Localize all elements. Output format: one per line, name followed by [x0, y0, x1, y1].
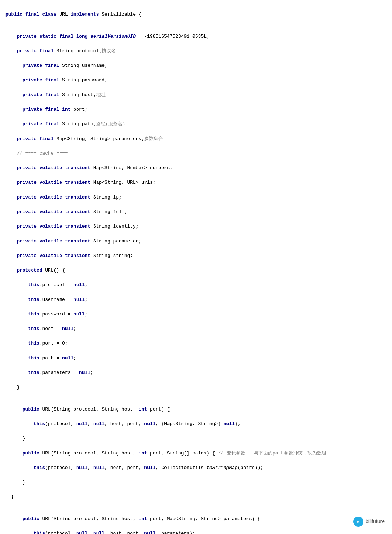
brand-icon: [353, 517, 363, 527]
code-container: public final class URL implements Serial…: [5, 4, 387, 534]
brand-watermark: bilifuture: [353, 517, 385, 527]
brand-name: bilifuture: [366, 518, 385, 526]
